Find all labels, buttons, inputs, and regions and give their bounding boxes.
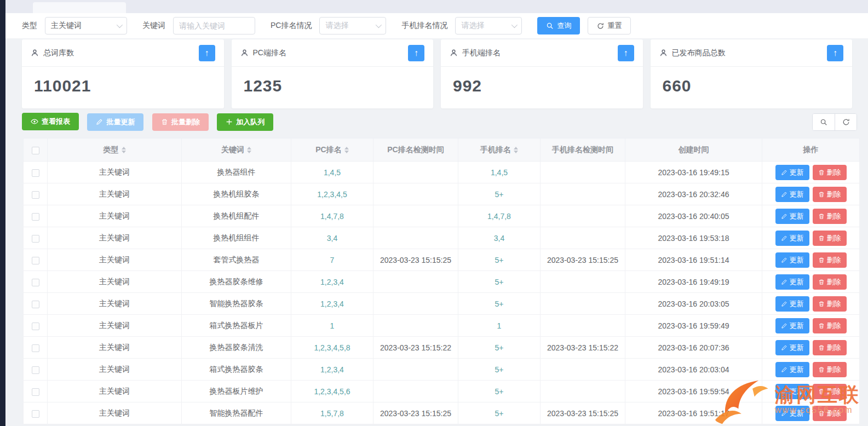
cell-type: 主关键词 [48, 271, 182, 293]
select-all-checkbox[interactable] [32, 147, 39, 154]
row-checkbox[interactable] [32, 191, 39, 199]
row-checkbox[interactable] [32, 257, 39, 264]
cell-keyword: 箱式换热器板片 [182, 315, 291, 337]
delete-button[interactable]: 删除 [813, 318, 847, 333]
search-button-label: 查询 [557, 21, 571, 31]
stat-cards: 总词库数 ↑ 110021 PC端排名 ↑ 1235 手机端排名 ↑ 992 已… [22, 39, 852, 108]
view-report-button[interactable]: 查看报表 [22, 113, 79, 130]
edit-icon [96, 118, 103, 125]
column-header-mobile-rank[interactable]: 手机排名 [458, 139, 541, 162]
row-checkbox[interactable] [32, 213, 39, 221]
update-button[interactable]: 更新 [775, 187, 809, 202]
active-tab[interactable] [33, 2, 126, 13]
delete-button[interactable]: 删除 [813, 274, 847, 290]
cell-pc-time [373, 227, 458, 249]
mobile-rank-select-placeholder: 请选择 [461, 21, 484, 31]
cell-pc-rank: 7 [291, 249, 373, 271]
row-checkbox[interactable] [32, 366, 39, 374]
search-button[interactable]: 查询 [537, 17, 580, 34]
update-button[interactable]: 更新 [775, 274, 809, 290]
stat-card-value: 660 [663, 77, 692, 95]
update-button[interactable]: 更新 [775, 252, 809, 268]
table-row: 主关键词套管式换热器72023-03-23 15:15:255+2023-03-… [24, 249, 860, 271]
type-select-value: 主关键词 [51, 21, 82, 31]
row-checkbox[interactable] [32, 323, 39, 330]
row-checkbox[interactable] [32, 169, 39, 177]
arrow-up-button[interactable]: ↑ [408, 45, 424, 61]
trash-icon [818, 191, 825, 198]
trash-icon [818, 169, 825, 176]
batch-update-button[interactable]: 批量更新 [87, 113, 143, 131]
add-queue-label: 加入队列 [236, 117, 265, 127]
reset-button[interactable]: 重置 [588, 17, 631, 34]
sort-carets-icon[interactable] [122, 147, 126, 153]
refresh-icon [597, 22, 604, 30]
delete-button[interactable]: 删除 [813, 231, 847, 246]
stat-card-pc-rank: PC端排名 ↑ 1235 [232, 39, 434, 108]
delete-button[interactable]: 删除 [813, 165, 847, 180]
table-row: 主关键词智能换热器胶条1,2,3,45+2023-03-16 20:03:05更… [24, 293, 860, 315]
cell-mobile-time: 2023-03-23 15:15:22 [541, 337, 625, 359]
arrow-up-button[interactable]: ↑ [618, 45, 634, 61]
row-checkbox[interactable] [32, 301, 39, 308]
table-search-button[interactable] [813, 114, 835, 130]
pc-rank-label: PC排名情况 [271, 21, 312, 31]
cell-pc-rank: 1,4,5 [291, 162, 373, 183]
cell-mobile-time [541, 359, 625, 381]
cell-mobile-time [541, 227, 625, 249]
column-header-keyword[interactable]: 关键词 [182, 139, 291, 162]
cell-created: 2023-03-16 20:40:05 [625, 205, 762, 227]
cell-keyword: 换热机组配件 [182, 205, 291, 227]
cell-type: 主关键词 [48, 337, 182, 359]
delete-button[interactable]: 删除 [813, 340, 847, 355]
update-button[interactable]: 更新 [775, 231, 809, 246]
sort-carets-icon[interactable] [344, 147, 349, 153]
table-row: 主关键词箱式换热器板片112023-03-16 19:59:49更新删除 [24, 315, 860, 337]
update-button[interactable]: 更新 [775, 209, 809, 224]
update-button[interactable]: 更新 [775, 318, 809, 333]
row-checkbox[interactable] [32, 410, 39, 418]
row-checkbox[interactable] [32, 235, 39, 243]
cell-pc-rank: 1,5,7,8 [291, 402, 373, 424]
keyword-input[interactable] [173, 17, 255, 34]
arrow-up-button[interactable]: ↑ [199, 45, 215, 61]
delete-button[interactable]: 删除 [813, 209, 847, 224]
cell-mobile-time [541, 293, 625, 315]
delete-button[interactable]: 删除 [813, 296, 847, 312]
collapsed-sidebar [0, 0, 5, 426]
row-checkbox[interactable] [32, 279, 39, 286]
sort-carets-icon[interactable] [247, 147, 251, 153]
pc-rank-select[interactable]: 请选择 [319, 17, 386, 34]
delete-button[interactable]: 删除 [813, 252, 847, 268]
person-icon [31, 49, 39, 57]
table-row: 主关键词换热机组配件1,4,7,81,4,7,82023-03-16 20:40… [24, 205, 860, 227]
cell-mobile-time [541, 162, 625, 183]
update-button[interactable]: 更新 [775, 165, 809, 180]
update-button[interactable]: 更新 [775, 296, 809, 312]
cell-pc-rank: 1 [291, 315, 373, 337]
delete-button[interactable]: 删除 [813, 187, 847, 202]
add-queue-button[interactable]: 加入队列 [217, 113, 273, 131]
cell-pc-time [373, 315, 458, 337]
cell-type: 主关键词 [48, 249, 182, 271]
cell-pc-rank: 1,2,3,4,5 [291, 183, 373, 205]
row-checkbox[interactable] [32, 388, 39, 396]
cell-pc-time [373, 271, 458, 293]
update-button[interactable]: 更新 [775, 340, 809, 355]
cell-mobile-time [541, 271, 625, 293]
cell-mobile-rank: 5+ [458, 359, 541, 381]
mobile-rank-select[interactable]: 请选择 [455, 17, 522, 34]
batch-delete-button[interactable]: 批量删除 [152, 113, 209, 131]
sort-carets-icon[interactable] [514, 147, 518, 153]
cell-type: 主关键词 [48, 205, 182, 227]
trash-icon [818, 323, 825, 329]
column-header-pc-rank[interactable]: PC排名 [291, 139, 373, 162]
row-checkbox[interactable] [32, 344, 39, 352]
column-header-type[interactable]: 类型 [48, 139, 182, 162]
type-select[interactable]: 主关键词 [45, 17, 127, 34]
reset-button-label: 重置 [607, 21, 622, 31]
table-refresh-button[interactable] [835, 114, 856, 130]
cell-keyword: 换热器板片维护 [182, 381, 291, 402]
arrow-up-button[interactable]: ↑ [827, 45, 843, 61]
stat-card-published-products: 已发布商品总数 ↑ 660 [651, 39, 853, 108]
